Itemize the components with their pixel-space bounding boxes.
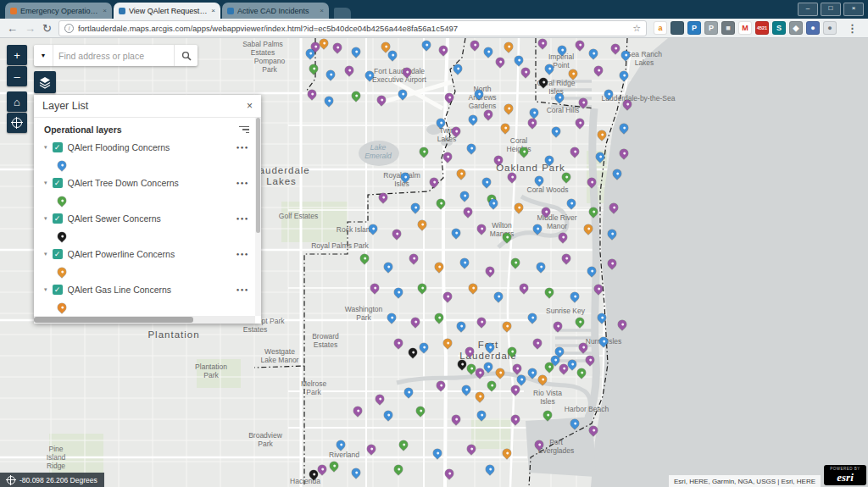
map-pin[interactable] xyxy=(331,42,343,53)
layer-checkbox[interactable]: ✓ xyxy=(53,285,63,295)
expand-caret-icon[interactable]: ▾ xyxy=(44,215,47,222)
map-pin[interactable] xyxy=(593,283,604,295)
shield-extension-icon[interactable]: ◆ xyxy=(789,21,803,35)
map-pin[interactable] xyxy=(603,88,615,100)
map-pin[interactable] xyxy=(494,367,506,379)
map-pin[interactable] xyxy=(484,265,496,277)
map-pin[interactable] xyxy=(611,168,623,180)
map-pin[interactable] xyxy=(494,56,506,68)
map-pin[interactable] xyxy=(606,228,618,240)
map-pin[interactable] xyxy=(377,191,389,203)
map-pin[interactable] xyxy=(435,117,447,129)
map-pin[interactable] xyxy=(323,95,335,107)
map-pin[interactable] xyxy=(543,154,555,166)
map-pin[interactable] xyxy=(569,418,581,429)
expand-caret-icon[interactable]: ▾ xyxy=(44,144,47,151)
map-pin[interactable] xyxy=(335,439,347,451)
map-pin[interactable] xyxy=(499,122,511,134)
map-pin[interactable] xyxy=(437,44,449,56)
map-pin[interactable] xyxy=(587,206,599,218)
map-pin[interactable] xyxy=(469,39,481,51)
map-pin[interactable] xyxy=(531,337,543,349)
map-pin[interactable] xyxy=(460,384,472,396)
gmail-extension-icon[interactable]: M xyxy=(738,21,752,35)
map-pin[interactable] xyxy=(543,286,555,298)
map-pin[interactable] xyxy=(481,176,492,188)
mask-extension-icon[interactable]: ■ xyxy=(721,21,735,35)
new-tab-button[interactable] xyxy=(334,8,351,19)
map-pin[interactable] xyxy=(435,197,447,209)
maximize-button[interactable]: □ xyxy=(821,3,841,16)
vertical-scrollbar[interactable] xyxy=(255,118,261,316)
map-pin[interactable] xyxy=(509,384,521,396)
map-pin[interactable] xyxy=(482,108,494,120)
map-pin[interactable] xyxy=(476,409,487,421)
map-pin[interactable] xyxy=(513,202,525,213)
url-bar[interactable]: i fortlauderdale.maps.arcgis.com/apps/we… xyxy=(58,20,647,36)
map-pin[interactable] xyxy=(526,312,538,324)
pushbullet-extension-icon[interactable]: P xyxy=(704,21,718,35)
map-pin[interactable] xyxy=(537,37,548,49)
map-pin[interactable] xyxy=(397,88,409,100)
map-pin[interactable] xyxy=(506,171,518,183)
tab-close-icon[interactable]: × xyxy=(320,7,324,14)
map-pin[interactable] xyxy=(526,367,538,379)
circle-extension-icon[interactable]: ● xyxy=(806,21,820,35)
close-window-button[interactable]: × xyxy=(843,3,864,16)
map-pin[interactable] xyxy=(416,282,428,294)
map-pin[interactable] xyxy=(476,316,487,328)
map-pin[interactable] xyxy=(609,42,621,54)
map-pin[interactable] xyxy=(409,202,421,213)
map-pin[interactable] xyxy=(513,54,525,66)
map-pin[interactable] xyxy=(415,405,426,417)
map-pin[interactable] xyxy=(387,49,398,61)
map-pin[interactable] xyxy=(359,252,370,264)
map-pin[interactable] xyxy=(501,447,513,459)
map-pin[interactable] xyxy=(455,168,467,180)
map-pin[interactable] xyxy=(587,424,599,436)
scrollbar-thumb[interactable] xyxy=(256,118,260,233)
map-pin[interactable] xyxy=(543,63,555,75)
map-pin[interactable] xyxy=(374,393,386,405)
map-pin[interactable] xyxy=(569,291,581,302)
search-input[interactable] xyxy=(53,51,174,61)
map-pin[interactable] xyxy=(420,39,432,51)
reload-icon[interactable]: ↻ xyxy=(42,23,52,34)
map-pin[interactable] xyxy=(391,228,403,240)
map-pin[interactable] xyxy=(392,337,404,349)
map-pin[interactable] xyxy=(577,341,589,353)
map-pin[interactable] xyxy=(537,374,548,385)
layer-checkbox[interactable]: ✓ xyxy=(53,178,63,188)
map-pin[interactable] xyxy=(450,227,462,239)
map-pin[interactable] xyxy=(486,379,498,391)
map-pin[interactable] xyxy=(616,318,628,330)
map-pin[interactable] xyxy=(511,362,523,374)
tab-close-icon[interactable]: × xyxy=(103,7,107,14)
map-pin[interactable] xyxy=(620,49,632,61)
map-pin[interactable] xyxy=(518,282,530,294)
map-pin[interactable] xyxy=(350,46,362,58)
layer-checkbox[interactable]: ✓ xyxy=(53,249,63,259)
amazon-extension-icon[interactable]: a xyxy=(654,21,667,35)
map-pin[interactable] xyxy=(586,265,598,277)
locate-button[interactable] xyxy=(7,113,27,133)
map-pin[interactable] xyxy=(531,223,543,235)
map-pin[interactable] xyxy=(596,312,608,324)
map-pin[interactable] xyxy=(350,90,362,102)
tab-close-icon[interactable]: × xyxy=(211,7,215,14)
map-pin[interactable] xyxy=(550,125,562,137)
map-pin[interactable] xyxy=(520,66,531,78)
map-pin[interactable] xyxy=(435,379,447,391)
map-pin[interactable] xyxy=(392,286,404,298)
map-pin[interactable] xyxy=(518,146,530,158)
map-pin[interactable] xyxy=(560,171,572,183)
map-pin[interactable] xyxy=(473,88,485,100)
bookmark-star-icon[interactable]: ☆ xyxy=(632,23,641,34)
page-info-icon[interactable]: i xyxy=(64,24,74,33)
browser-tab-2[interactable]: View QAlert Requests EO× xyxy=(114,3,220,19)
map-pin[interactable] xyxy=(569,146,581,158)
map-pin[interactable] xyxy=(509,413,521,425)
map-pin[interactable] xyxy=(606,257,618,269)
notes-extension-icon[interactable] xyxy=(670,21,684,35)
map-pin[interactable] xyxy=(398,439,409,451)
